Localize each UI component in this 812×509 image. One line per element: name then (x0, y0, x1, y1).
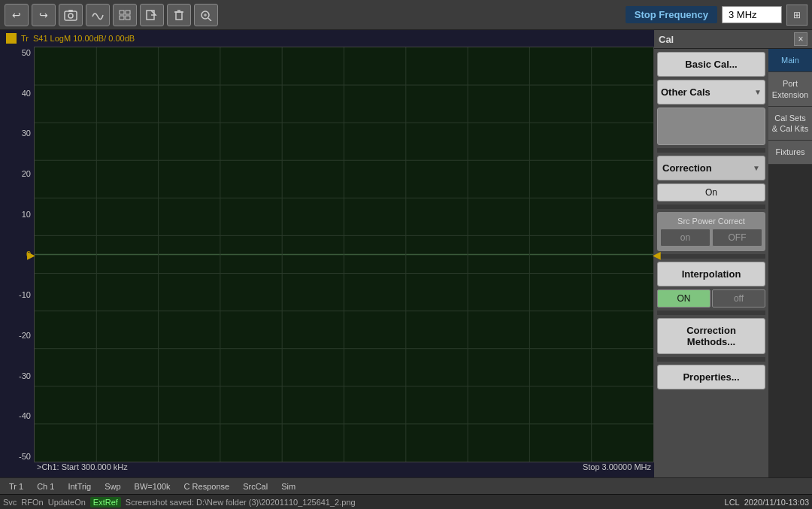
status-time: 2020/11/10-13:03 (744, 498, 809, 507)
src-power-section: Src Power Correct on OFF (657, 212, 765, 251)
grid-button[interactable] (113, 4, 137, 26)
separator-1 (657, 148, 765, 153)
tab-c-response[interactable]: C Response (178, 480, 236, 492)
chart-header: ▪ Tr S41 LogM 10.00dB/ 0.00dB (0, 30, 654, 47)
tab-srccal[interactable]: SrcCal (237, 480, 274, 492)
tab-cal-sets[interactable]: Cal Sets& Cal Kits (768, 107, 812, 141)
src-on-button[interactable]: on (660, 229, 710, 247)
status-screenshot: Screenshot saved: D:\New folder (3)\2020… (126, 498, 720, 507)
correction-arrow: ▼ (753, 164, 760, 172)
y-label-n50: -50 (19, 452, 31, 461)
wave-button[interactable] (86, 4, 110, 26)
y-label-n10: -10 (19, 290, 31, 299)
cal-titlebar: Cal × (654, 30, 812, 49)
y-label-40: 40 (22, 89, 31, 98)
interp-on-button[interactable]: ON (657, 289, 710, 308)
y-label-30: 30 (22, 129, 31, 138)
properties-button[interactable]: Properties... (657, 365, 765, 389)
src-power-toggle: on OFF (660, 229, 762, 247)
trace-color-box: ▪ (6, 33, 17, 44)
undo-button[interactable]: ↩ (5, 4, 29, 26)
status-extref: ExtRef (90, 497, 121, 507)
status-lcl: LCL (725, 498, 740, 507)
svg-line-12 (208, 18, 211, 21)
bottom-tabs: Tr 1 Ch 1 IntTrig Swp BW=100k C Response… (0, 477, 812, 494)
x-start-label: >Ch1: Start 300.000 kHz (37, 462, 128, 471)
svg-rect-2 (68, 10, 73, 12)
separator-5 (657, 357, 765, 362)
svg-rect-0 (65, 11, 77, 20)
zoom-button[interactable] (194, 4, 218, 26)
main-content: ▪ Tr S41 LogM 10.00dB/ 0.00dB 50 40 30 2… (0, 30, 812, 477)
tab-tr1[interactable]: Tr 1 (3, 480, 29, 492)
stop-freq-label: Stop Frequency (626, 6, 717, 23)
status-svc: Svc (3, 498, 17, 507)
cal-close-button[interactable]: × (794, 32, 807, 46)
y-label-20: 20 (22, 169, 31, 178)
interpolation-toggle: ON off (657, 289, 765, 308)
y-label-50: 50 (22, 48, 31, 57)
tab-main[interactable]: Main (768, 49, 812, 72)
correction-methods-button[interactable]: Correction Methods... (657, 318, 765, 354)
export-button[interactable] (140, 4, 164, 26)
tab-ch1[interactable]: Ch 1 (31, 480, 60, 492)
interpolation-button[interactable]: Interpolation (657, 262, 765, 286)
separator-4 (657, 311, 765, 315)
svg-rect-6 (126, 16, 130, 20)
zero-marker-left: ▶ (27, 249, 35, 261)
delete-button[interactable] (167, 4, 191, 26)
svg-rect-8 (176, 12, 182, 20)
freq-input[interactable] (722, 6, 782, 23)
chart-area: ▪ Tr S41 LogM 10.00dB/ 0.00dB 50 40 30 2… (0, 30, 654, 477)
status-rfon: RFOn (21, 498, 43, 507)
interp-off-button[interactable]: off (712, 289, 765, 308)
svg-point-1 (68, 14, 73, 18)
status-bar: Svc RFOn UpdateOn ExtRef Screenshot save… (0, 494, 812, 509)
correction-on-button[interactable]: On (657, 183, 765, 201)
y-label-n40: -40 (19, 411, 31, 420)
tab-inttrig[interactable]: IntTrig (62, 480, 97, 492)
right-panel: Cal × Basic Cal... Other Cals ▼ Correcti… (654, 30, 812, 477)
placeholder-area (657, 108, 765, 145)
y-label-10: 10 (22, 210, 31, 219)
basic-cal-button[interactable]: Basic Cal... (657, 52, 765, 77)
src-off-button[interactable]: OFF (712, 229, 762, 247)
x-stop-label: Stop 3.00000 MHz (583, 462, 651, 471)
tab-bw[interactable]: BW=100k (129, 480, 177, 492)
grid-area[interactable]: ▶ ◀ (34, 47, 654, 462)
freq-section: Stop Frequency ⊞ (626, 5, 807, 26)
zero-marker-right: ◀ (653, 249, 661, 261)
trace-info: S41 LogM 10.00dB/ 0.00dB (33, 34, 135, 43)
x-axis: >Ch1: Start 300.000 kHz Stop 3.00000 MHz (34, 462, 654, 477)
separator-2 (657, 205, 765, 209)
grid-svg (35, 47, 653, 462)
correction-button[interactable]: Correction ▼ (657, 156, 765, 180)
other-cals-arrow: ▼ (754, 88, 762, 96)
y-label-n30: -30 (19, 371, 31, 380)
toolbar: ↩ ↪ Stop Frequency ⊞ (0, 0, 812, 30)
other-cals-button[interactable]: Other Cals ▼ (657, 80, 765, 105)
src-power-label: Src Power Correct (660, 217, 762, 226)
cal-buttons: Basic Cal... Other Cals ▼ Correction ▼ O… (654, 49, 768, 477)
tab-sim[interactable]: Sim (275, 480, 301, 492)
svg-rect-3 (120, 11, 124, 14)
svg-rect-4 (126, 11, 130, 14)
side-tabs: Main PortExtension Cal Sets& Cal Kits Fi… (768, 49, 812, 477)
redo-button[interactable]: ↪ (32, 4, 56, 26)
separator-3 (657, 254, 765, 259)
freq-grid-button[interactable]: ⊞ (786, 5, 807, 26)
trace-marker: Tr (21, 34, 29, 43)
chart-container: 50 40 30 20 10 0 -10 -20 -30 -40 -50 (0, 47, 654, 462)
svg-rect-5 (120, 16, 124, 20)
right-panel-body: Basic Cal... Other Cals ▼ Correction ▼ O… (654, 49, 812, 477)
tab-port-extension[interactable]: PortExtension (768, 72, 812, 107)
screenshot-button[interactable] (59, 4, 83, 26)
cal-title: Cal (659, 34, 674, 45)
tab-fixtures[interactable]: Fixtures (768, 141, 812, 164)
tab-swp[interactable]: Swp (98, 480, 126, 492)
y-label-n20: -20 (19, 331, 31, 340)
status-updateon: UpdateOn (48, 498, 86, 507)
other-cals-label: Other Cals (661, 86, 710, 98)
correction-label: Correction (662, 162, 712, 174)
